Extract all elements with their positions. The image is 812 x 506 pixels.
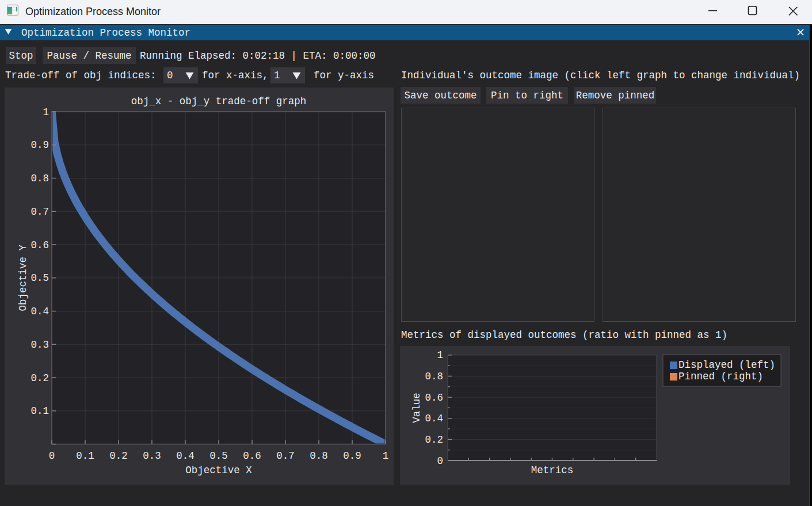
svg-text:0.9: 0.9 [343, 450, 361, 462]
svg-text:Pinned (right): Pinned (right) [678, 371, 763, 382]
svg-text:0.5: 0.5 [31, 272, 49, 284]
svg-text:0.2: 0.2 [109, 450, 128, 462]
svg-text:0.8: 0.8 [31, 173, 49, 184]
svg-text:0.3: 0.3 [143, 450, 161, 462]
svg-text:0: 0 [49, 450, 55, 462]
svg-text:Objective X: Objective X [185, 465, 252, 476]
svg-text:0: 0 [437, 455, 443, 467]
svg-text:0.4: 0.4 [31, 306, 49, 317]
svg-text:0.9: 0.9 [31, 139, 49, 151]
svg-text:Value: Value [411, 393, 422, 423]
svg-text:0.7: 0.7 [31, 206, 49, 218]
svg-text:0.2: 0.2 [31, 372, 49, 384]
svg-text:0.3: 0.3 [31, 339, 49, 351]
svg-text:0.8: 0.8 [425, 371, 443, 382]
svg-text:obj_x - obj_y trade-off graph: obj_x - obj_y trade-off graph [131, 96, 307, 107]
svg-text:0.6: 0.6 [425, 392, 443, 404]
svg-text:0.4: 0.4 [176, 450, 195, 462]
svg-text:1: 1 [383, 450, 389, 462]
svg-text:Metrics: Metrics [531, 465, 574, 476]
svg-text:1: 1 [437, 349, 443, 361]
svg-text:1: 1 [43, 106, 49, 118]
svg-text:0.2: 0.2 [425, 434, 443, 446]
svg-text:0.6: 0.6 [243, 450, 261, 462]
svg-text:0.8: 0.8 [310, 450, 328, 462]
svg-text:Objective Y: Objective Y [17, 245, 29, 311]
svg-text:Displayed (left): Displayed (left) [678, 359, 775, 371]
svg-text:0.6: 0.6 [31, 239, 49, 251]
svg-text:0.1: 0.1 [31, 405, 49, 417]
svg-text:0.5: 0.5 [209, 450, 228, 462]
svg-text:0.7: 0.7 [276, 450, 295, 462]
svg-text:0.1: 0.1 [76, 450, 94, 462]
svg-text:0.4: 0.4 [425, 413, 443, 424]
